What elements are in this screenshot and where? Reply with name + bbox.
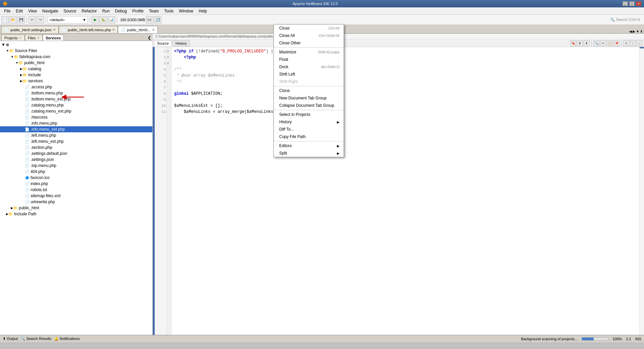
menu-run[interactable]: Run: [100, 8, 112, 14]
tab-close-3[interactable]: ✕: [152, 28, 155, 32]
tab-info-menu-ext[interactable]: 📄 public_html\i... ✕: [118, 26, 157, 33]
ctx-collapse-doc-tab-group[interactable]: Collapse Document Tab Group: [274, 102, 344, 109]
tree-bottom-menu-ext[interactable]: 📄 .bottom.menu_ext.php: [0, 96, 152, 102]
menu-tools[interactable]: Tools: [161, 8, 176, 14]
tree-htaccess[interactable]: 📄 .htaccess: [0, 114, 152, 120]
ctx-history[interactable]: History ▶: [274, 118, 344, 126]
toggle-diff[interactable]: ≠: [623, 40, 629, 46]
ctx-close-other[interactable]: Close Other: [274, 39, 344, 47]
source-tab-source[interactable]: Source: [154, 40, 172, 46]
menu-debug[interactable]: Debug: [112, 8, 130, 14]
gc-button[interactable]: GC: [146, 16, 153, 24]
tree-index[interactable]: 📄 index.php: [0, 181, 152, 187]
tree-urlrewrite[interactable]: 📄 urlrewrite.php: [0, 199, 152, 205]
source-tab-history[interactable]: History: [172, 40, 190, 46]
save-button[interactable]: 💾: [17, 16, 25, 24]
scroll-left-tab[interactable]: ◀: [629, 30, 632, 33]
tree-catalog[interactable]: ▶ 📁 catalog: [0, 66, 152, 72]
output-icon[interactable]: ⬆ Output: [3, 337, 18, 341]
menu-window[interactable]: Window: [176, 8, 196, 14]
search-results-icon[interactable]: 🔍 Search Results: [20, 337, 51, 341]
tree-services[interactable]: ▶ 📁 services: [0, 78, 152, 84]
tab-services[interactable]: Services: [43, 35, 64, 41]
close-window-button[interactable]: ✕: [636, 1, 641, 6]
ctx-new-doc-tab-group[interactable]: New Document Tab Group: [274, 94, 344, 102]
ctx-float[interactable]: Float: [274, 56, 344, 63]
tree-source-files[interactable]: ▼ 📁 Source Files: [0, 48, 152, 54]
tree-catalog-menu[interactable]: 📄 .catalog.menu.php: [0, 102, 152, 108]
tab-projects[interactable]: Projects ✕: [1, 35, 25, 41]
menu-team[interactable]: Team: [146, 8, 161, 14]
tree-settings-default[interactable]: 📄 .settings.default.json: [0, 150, 152, 157]
menu-profile[interactable]: Profile: [130, 8, 146, 14]
fold-1[interactable]: ⊟: [167, 48, 171, 54]
ctx-copy-file-path[interactable]: Copy File Path: [274, 133, 344, 140]
toggle-bookmark[interactable]: 🔖: [570, 40, 576, 46]
ctx-split[interactable]: Split ▶: [274, 149, 344, 157]
ctx-clone[interactable]: Clone: [274, 87, 344, 94]
ctx-shift-left[interactable]: Shift Left: [274, 71, 344, 78]
tree-left-menu[interactable]: 📄 .left.menu.php: [0, 132, 152, 138]
config-dropdown[interactable]: <default> ▼: [48, 16, 88, 24]
profile-button[interactable]: 📊: [108, 16, 115, 24]
cut-button[interactable]: ✂: [600, 40, 606, 46]
ctx-close[interactable]: Close Ctrl+W: [274, 25, 344, 32]
tree-access-php[interactable]: 📄 .access.php: [0, 84, 152, 90]
menu-view[interactable]: View: [26, 8, 40, 14]
new-project-button[interactable]: 📄: [1, 16, 9, 24]
tree-catalog-menu-ext[interactable]: 📄 .catalog.menu_ext.php: [0, 108, 152, 114]
tree-include-path[interactable]: ▶ 📁 Include Path: [0, 211, 152, 217]
fold-4[interactable]: ⊟: [167, 54, 171, 60]
ctx-close-all[interactable]: Close All Ctrl+Shift+W: [274, 32, 344, 39]
paste-button[interactable]: 📌: [613, 40, 620, 46]
tree-root[interactable]: ▼ 🖥: [0, 42, 152, 48]
tree-top-menu[interactable]: 📄 .top.menu.php: [0, 163, 152, 169]
tab-left-menu[interactable]: 📄 public_html\.left.menu.php ✕: [59, 26, 118, 33]
code-content[interactable]: <?php if (!defined("B_PROLOG_INCLUDED") …: [171, 47, 639, 335]
copy-button[interactable]: 📋: [607, 40, 613, 46]
open-project-button[interactable]: 📂: [9, 16, 17, 24]
menu-navigate[interactable]: Navigate: [40, 8, 61, 14]
files-close[interactable]: ✕: [37, 36, 40, 40]
find-button[interactable]: 🔍: [593, 40, 599, 46]
tree-info-menu-ext[interactable]: 📄 .info.menu_ext.php: [0, 126, 152, 132]
tab-files[interactable]: Files ✕: [25, 35, 43, 41]
undo-button[interactable]: ↩: [29, 16, 36, 24]
refresh-button[interactable]: 🔄: [154, 16, 161, 24]
tree-robots[interactable]: 📄 robots.txt: [0, 187, 152, 193]
ctx-diff-to[interactable]: Diff To...: [274, 126, 344, 133]
redo-button[interactable]: ↪: [37, 16, 44, 24]
fold-10[interactable]: ⊟: [167, 60, 171, 67]
menu-file[interactable]: File: [1, 8, 13, 14]
menu-edit[interactable]: Edit: [13, 8, 26, 14]
ctx-maximize[interactable]: Maximize Shift+Escape: [274, 48, 344, 56]
tab-list-button[interactable]: ▼: [636, 30, 639, 33]
next-bookmark[interactable]: ⬇: [584, 40, 590, 46]
tree-bottom-menu[interactable]: 📄 .bottom.menu.php: [0, 90, 152, 96]
tree-public-html2[interactable]: ▶ 📁 public_html: [0, 205, 152, 211]
ctx-select-in-projects[interactable]: Select in Projects: [274, 111, 344, 118]
next-change[interactable]: ↓: [637, 40, 643, 46]
run-button[interactable]: ▶: [92, 16, 99, 24]
menu-refactor[interactable]: Refactor: [79, 8, 99, 14]
debug-button[interactable]: 🐛: [100, 16, 107, 24]
tree-settings-json[interactable]: 📄 .settings.json: [0, 157, 152, 163]
tree-info-menu[interactable]: 📄 .info.menu.php: [0, 120, 152, 126]
scroll-right-tab[interactable]: ▶: [633, 30, 635, 33]
tab-close-2[interactable]: ✕: [112, 28, 115, 32]
tab-settings-json[interactable]: 📄 public_html\.settings.json ✕: [1, 26, 59, 33]
prev-bookmark[interactable]: ⬆: [577, 40, 583, 46]
tree-sitemap[interactable]: 📄 sitemap-files.xml: [0, 193, 152, 199]
tree-favicon[interactable]: 🔷 favicon.ico: [0, 175, 152, 181]
projects-close[interactable]: ✕: [19, 36, 22, 40]
notifications-icon[interactable]: 🔔 Notifications: [54, 337, 80, 341]
ctx-dock[interactable]: Dock Alt+Shift+D: [274, 63, 344, 71]
collapse-left-panel[interactable]: ❮: [146, 35, 152, 41]
ctx-editors[interactable]: Editors ▶: [274, 142, 344, 149]
prev-change[interactable]: ↑: [630, 40, 636, 46]
tree-public-html[interactable]: ▼ 📁 public_html: [0, 60, 152, 66]
collapse-panel-button[interactable]: ⬇: [640, 30, 643, 33]
menu-source[interactable]: Source: [61, 8, 79, 14]
tree-left-menu-ext[interactable]: 📄 .left.menu_ext.php: [0, 138, 152, 144]
tree-fabrikaprava[interactable]: ▼ 📁 fabrikaprava.com: [0, 54, 152, 60]
